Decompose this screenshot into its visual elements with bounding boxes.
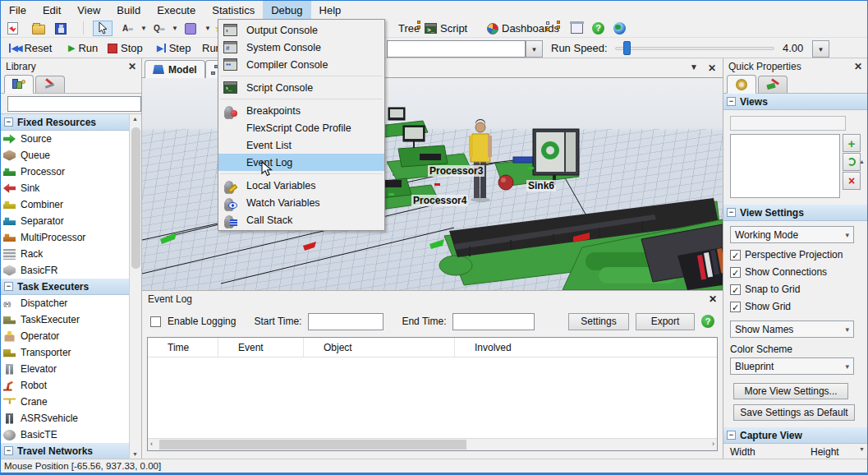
library-filter-input[interactable] bbox=[7, 96, 141, 112]
library-item-taskexecuter[interactable]: TaskExecuter bbox=[1, 311, 129, 328]
run-time-dropdown[interactable]: ▼ bbox=[526, 40, 543, 58]
scroll-left-icon[interactable]: ‹ bbox=[150, 440, 153, 448]
library-tools-tab[interactable] bbox=[35, 76, 65, 93]
a-connect-dropdown[interactable]: ▼ bbox=[139, 21, 149, 36]
library-item-sink[interactable]: Sink bbox=[1, 180, 129, 196]
menu-execute[interactable]: Execute bbox=[149, 1, 204, 19]
create-object-tool[interactable] bbox=[183, 21, 198, 36]
group-travel-networks[interactable]: −Travel Networks bbox=[1, 443, 129, 459]
menu-file[interactable]: File bbox=[1, 1, 34, 19]
run-button[interactable]: ▶Run bbox=[67, 40, 99, 56]
scroll-thumb[interactable] bbox=[131, 127, 140, 269]
run-speed-slider[interactable] bbox=[615, 47, 774, 50]
view-name-input[interactable] bbox=[730, 116, 846, 131]
library-item-rack[interactable]: Rack bbox=[1, 246, 129, 262]
add-view-button[interactable]: + bbox=[843, 134, 861, 152]
view-settings-group-header[interactable]: −View Settings bbox=[723, 205, 867, 221]
view-menu-caret-icon[interactable]: ▼ bbox=[690, 62, 698, 74]
create-object-dropdown[interactable]: ▼ bbox=[203, 21, 213, 36]
library-item-queue[interactable]: Queue bbox=[1, 147, 129, 164]
library-item-combiner[interactable]: Combiner bbox=[1, 196, 129, 213]
hscroll-thumb[interactable] bbox=[159, 440, 466, 450]
menu-item-script-console[interactable]: ›_Script Console bbox=[218, 79, 384, 96]
enable-logging-checkbox[interactable] bbox=[150, 316, 161, 327]
qp-edit-tab[interactable] bbox=[758, 76, 788, 93]
export-button[interactable]: Export bbox=[636, 313, 695, 330]
run-time-input[interactable] bbox=[387, 40, 526, 58]
save-button[interactable] bbox=[53, 21, 68, 36]
refresh-views-button[interactable] bbox=[843, 153, 861, 171]
library-item-source[interactable]: Source bbox=[1, 131, 129, 147]
menu-item-event-list[interactable]: Event List bbox=[218, 136, 384, 154]
scroll-down-icon[interactable]: ▼ bbox=[132, 451, 138, 457]
run-speed-dropdown[interactable]: ▼ bbox=[812, 40, 829, 58]
menu-item-compiler-console[interactable]: **Compiler Console bbox=[218, 56, 384, 73]
menu-item-breakpoints[interactable]: Breakpoints bbox=[218, 102, 384, 119]
end-time-input[interactable] bbox=[452, 313, 535, 330]
online-button[interactable] bbox=[612, 21, 627, 36]
perspective-projection-checkbox-row[interactable]: ✓Perspective Projection bbox=[730, 249, 867, 261]
snap-to-grid-checkbox-row[interactable]: ✓Snap to Grid bbox=[730, 284, 867, 295]
library-item-dispatcher[interactable]: ((•))Dispatcher bbox=[1, 295, 129, 311]
checkbox-checked[interactable]: ✓ bbox=[730, 302, 741, 312]
tree-button[interactable]: Tree bbox=[382, 21, 421, 36]
library-item-asrsvehicle[interactable]: ASRSvehicle bbox=[1, 410, 129, 427]
save-settings-default-button[interactable]: Save Settings as Default bbox=[733, 404, 855, 421]
tab-model[interactable]: Model bbox=[145, 60, 205, 78]
library-scrollbar[interactable]: ▲ ▼ bbox=[129, 114, 141, 459]
checkbox-checked[interactable]: ✓ bbox=[730, 250, 741, 261]
library-item-crane[interactable]: Crane bbox=[1, 394, 129, 410]
event-log-help-icon[interactable]: ? bbox=[701, 315, 714, 328]
help-button[interactable]: ? bbox=[590, 21, 606, 36]
quick-properties-close-icon[interactable]: ✕ bbox=[854, 61, 862, 72]
script-button[interactable]: >_ Script bbox=[423, 21, 469, 36]
start-time-input[interactable] bbox=[308, 313, 383, 330]
menu-statistics[interactable]: Statistics bbox=[204, 1, 263, 19]
settings-button[interactable]: Settings bbox=[568, 313, 629, 330]
menu-item-call-stack[interactable]: Call Stack bbox=[218, 211, 384, 228]
model-structure-button[interactable] bbox=[546, 21, 561, 36]
library-item-basicte[interactable]: BasicTE bbox=[1, 427, 129, 443]
collapse-icon[interactable]: − bbox=[4, 118, 13, 127]
checkbox-checked[interactable]: ✓ bbox=[730, 267, 741, 278]
collapse-icon[interactable]: − bbox=[4, 282, 13, 291]
more-view-settings-button[interactable]: More View Settings... bbox=[733, 383, 848, 399]
library-item-elevator[interactable]: Elevator bbox=[1, 361, 129, 377]
show-grid-checkbox-row[interactable]: ✓Show Grid bbox=[730, 301, 867, 312]
column-time[interactable]: Time bbox=[148, 338, 218, 357]
reset-button[interactable]: ◀◀Reset bbox=[7, 40, 53, 56]
run-speed-slider-thumb[interactable] bbox=[623, 41, 631, 55]
qp-settings-tab[interactable] bbox=[727, 75, 756, 94]
color-scheme-dropdown[interactable]: Blueprint▾ bbox=[730, 357, 854, 375]
working-mode-dropdown[interactable]: Working Mode▾ bbox=[730, 226, 854, 243]
menu-item-flexscript-code-profile[interactable]: FlexScript Code Profile bbox=[218, 119, 384, 136]
library-item-separator[interactable]: Separator bbox=[1, 213, 129, 229]
open-button[interactable] bbox=[30, 21, 47, 36]
group-task-executers[interactable]: −Task Executers bbox=[1, 279, 129, 295]
event-log-hscrollbar[interactable]: ‹ › bbox=[148, 438, 717, 450]
qp-scroll-up-icon[interactable]: ▲ bbox=[859, 159, 865, 164]
library-close-icon[interactable]: ✕ bbox=[128, 61, 136, 72]
menu-item-event-log[interactable]: Event Log bbox=[218, 154, 384, 171]
collapse-icon[interactable]: − bbox=[4, 446, 13, 455]
q-connect-dropdown[interactable]: ▼ bbox=[170, 21, 180, 36]
menu-item-output-console[interactable]: ›Output Console bbox=[218, 21, 384, 39]
menu-help[interactable]: Help bbox=[311, 1, 350, 19]
library-item-transporter[interactable]: Transporter bbox=[1, 344, 129, 361]
qp-scroll-down-icon[interactable]: ▼ bbox=[859, 446, 865, 452]
library-objects-tab[interactable] bbox=[4, 75, 34, 94]
stop-button[interactable]: Stop bbox=[106, 40, 145, 56]
library-item-basicfr[interactable]: BasicFR bbox=[1, 262, 129, 279]
delete-view-button[interactable]: × bbox=[843, 172, 861, 190]
column-event[interactable]: Event bbox=[218, 338, 304, 357]
event-log-close-icon[interactable]: ✕ bbox=[709, 293, 717, 305]
column-involved[interactable]: Involved bbox=[455, 338, 717, 357]
views-group-header[interactable]: −Views bbox=[723, 94, 867, 110]
pointer-tool-button[interactable] bbox=[93, 21, 113, 36]
a-connect-tool[interactable]: A∞ bbox=[121, 21, 135, 36]
event-log-body[interactable] bbox=[148, 357, 717, 438]
step-button[interactable]: ▶Step bbox=[155, 40, 192, 56]
checkbox-checked[interactable]: ✓ bbox=[730, 284, 741, 295]
windows-button[interactable] bbox=[569, 21, 585, 36]
scroll-right-icon[interactable]: › bbox=[712, 440, 714, 448]
